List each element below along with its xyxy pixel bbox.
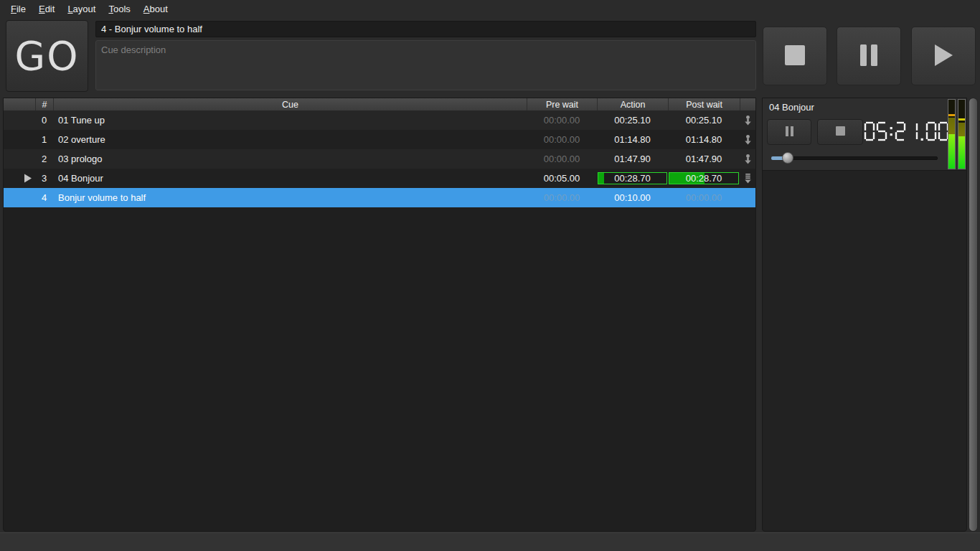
action-progress-fill [598,173,604,184]
pre-wait-value: 00:00.00 [527,130,597,149]
down-arrow-ball-icon [740,130,755,149]
table-row[interactable]: 2 03 prologo 00:00.00 01:47.90 01:47.90 [4,149,755,169]
play-icon [933,43,954,70]
column-pre-wait[interactable]: Pre wait [527,98,597,110]
table-row[interactable]: 0 01 Tune up 00:00.00 00:25.10 00:25.10 [4,110,755,130]
menu-tools[interactable]: Tools [102,1,136,17]
go-button[interactable]: GO [6,20,88,92]
menu-edit[interactable]: Edit [32,1,61,17]
post-wait-value: 01:14.80 [668,130,740,149]
post-wait-value: 00:25.10 [668,110,740,130]
cue-pause-button[interactable] [767,119,811,145]
cue-number: 4 [35,188,53,207]
cue-list: # Cue Pre wait Action Post wait 0 01 Tun… [3,98,756,532]
table-row-selected[interactable]: 4 Bonjur volume to half 00:00.00 00:10.0… [4,188,755,207]
table-row-playing[interactable]: 3 04 Bonjour 00:05.00 00:28.70 00:28.70 [4,169,755,188]
stop-all-button[interactable] [763,27,827,85]
pre-wait-value: 00:00.00 [527,110,597,130]
stop-icon [836,126,845,138]
running-cue-card[interactable]: 04 Bonjour [763,98,966,171]
column-number[interactable]: # [35,98,53,110]
column-cue[interactable]: Cue [53,98,527,110]
menu-bar: File Edit Layout Tools About [0,0,980,17]
action-value: 00:28.70 [614,173,651,184]
action-progress-cell: 00:28.70 [598,172,667,184]
action-value: 01:14.80 [597,130,668,149]
cue-name: 02 overture [53,130,527,149]
column-indicator[interactable] [4,98,35,110]
action-value: 01:47.90 [597,149,668,169]
playing-indicator-icon [4,169,35,188]
column-action[interactable]: Action [597,98,668,110]
table-row[interactable]: 1 02 overture 00:00.00 01:14.80 01:14.80 [4,130,755,149]
cue-number: 0 [35,110,53,130]
pause-icon [785,126,794,138]
status-bar [0,532,980,551]
scrollbar-thumb[interactable] [969,98,977,531]
sidebar-scrollbar [969,98,978,532]
cue-number: 2 [35,149,53,169]
down-arrow-bars-icon [740,169,755,188]
post-wait-value: 00:28.70 [686,173,722,184]
vu-meters [948,99,966,169]
cue-name: 03 prologo [53,149,527,169]
pause-all-button[interactable] [837,27,901,85]
cue-name: 04 Bonjour [53,169,527,188]
cue-number: 1 [35,130,53,149]
pre-wait-value: 00:00.00 [527,149,597,169]
pre-wait-value: 00:00.00 [527,188,597,207]
down-arrow-ball-icon [740,110,755,130]
cue-name: Bonjur volume to half [53,188,527,207]
time-display [864,119,949,143]
play-all-button[interactable] [911,27,976,85]
pre-wait-value: 00:05.00 [527,169,597,188]
vu-meter-right [958,99,966,169]
post-wait-value: 00:00.00 [668,188,740,207]
menu-layout[interactable]: Layout [61,1,102,17]
cue-number: 3 [35,169,53,188]
post-wait-progress-cell: 00:28.70 [669,172,739,184]
running-cues-panel: 04 Bonjour [762,98,967,532]
cue-title-input[interactable] [95,21,756,37]
stop-icon [784,44,806,68]
action-value: 00:10.00 [597,188,668,207]
cue-name: 01 Tune up [53,110,527,130]
vu-meter-left [948,99,956,169]
volume-slider-handle[interactable] [782,152,793,164]
cue-stop-button[interactable] [817,119,863,145]
volume-slider[interactable] [771,151,938,164]
running-cue-title: 04 Bonjour [769,102,814,113]
column-next-action[interactable] [740,98,755,110]
menu-file[interactable]: File [4,1,32,17]
cue-description-input[interactable] [95,40,756,90]
pause-icon [859,44,879,69]
action-value: 00:25.10 [597,110,668,130]
post-wait-value: 01:47.90 [668,149,740,169]
column-post-wait[interactable]: Post wait [668,98,740,110]
menu-about[interactable]: About [137,1,174,17]
down-arrow-ball-icon [740,149,755,169]
cue-list-header: # Cue Pre wait Action Post wait [4,98,755,110]
